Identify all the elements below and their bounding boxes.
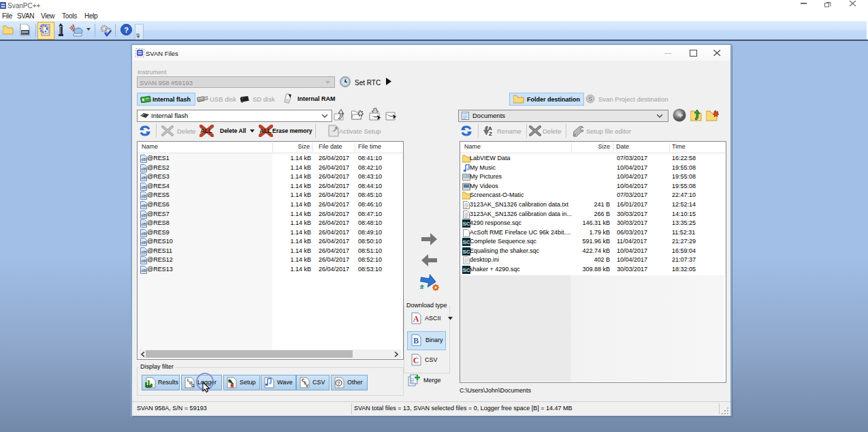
svg-text:C: C (413, 356, 419, 365)
svg-text:dB: dB (141, 259, 146, 263)
svg-text:dB: dB (141, 232, 146, 236)
svg-text:dB: dB (141, 167, 146, 171)
svg-text:Z: Z (489, 131, 492, 137)
svg-text:dB: dB (141, 222, 146, 226)
svg-text:dB: dB (141, 204, 146, 208)
svg-text:dB: dB (146, 384, 152, 388)
svg-text:V: V (306, 384, 308, 388)
svg-text:ALL: ALL (200, 127, 212, 134)
svg-text:dB: dB (141, 250, 146, 254)
svg-text:dB: dB (141, 194, 146, 198)
svg-text:dB: dB (141, 157, 146, 161)
svg-text:dB: dB (141, 176, 146, 180)
svg-text:G: G (191, 384, 195, 388)
svg-text:S: S (588, 95, 592, 102)
svg-text:dB: dB (141, 241, 146, 245)
svg-text:dB: dB (141, 268, 146, 273)
svg-text:?: ? (337, 380, 340, 386)
svg-text:A: A (413, 314, 419, 324)
svg-text:ALL: ALL (259, 127, 272, 134)
svg-text:dB: dB (141, 185, 146, 189)
svg-text:?: ? (124, 26, 129, 34)
svg-text:dB: dB (141, 213, 146, 217)
svg-text:B: B (413, 336, 419, 345)
